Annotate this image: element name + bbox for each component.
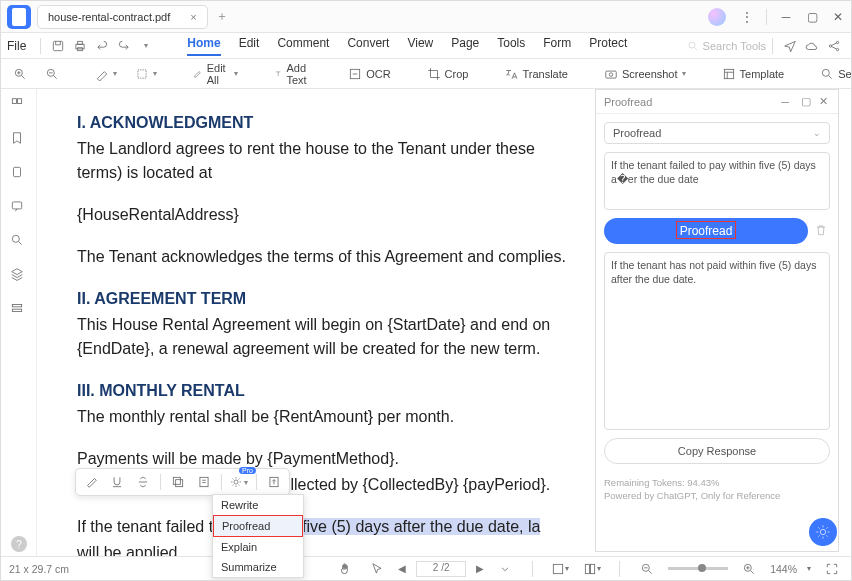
tab-tools[interactable]: Tools — [497, 36, 525, 56]
hand-tool-icon[interactable] — [334, 558, 356, 580]
fields-icon[interactable] — [10, 301, 28, 319]
zoom-value: 144% — [770, 563, 797, 575]
bookmark-icon[interactable] — [10, 131, 28, 149]
proofread-input[interactable]: If the tenant failed to pay within five … — [604, 152, 830, 210]
svg-point-5 — [689, 42, 695, 48]
screenshot-label: Screenshot — [622, 68, 678, 80]
panel-minimize-icon[interactable]: ─ — [781, 96, 789, 108]
print-icon[interactable] — [69, 35, 91, 57]
tab-form[interactable]: Form — [543, 36, 571, 56]
translate-tool[interactable]: Translate — [498, 65, 573, 83]
add-text-label: Add Text — [286, 62, 312, 86]
section-1-p3: The Tenant acknowledges the terms of thi… — [77, 245, 577, 269]
svg-rect-2 — [76, 44, 84, 49]
undo-icon[interactable] — [91, 35, 113, 57]
tab-home[interactable]: Home — [187, 36, 220, 56]
area-select-tool[interactable]: ▾ — [129, 65, 163, 83]
cloud-icon[interactable] — [801, 35, 823, 57]
ai-menu-rewrite[interactable]: Rewrite — [213, 495, 303, 515]
layers-icon[interactable] — [10, 267, 28, 285]
scroll-down-icon[interactable] — [494, 558, 516, 580]
redo-icon[interactable] — [113, 35, 135, 57]
view-mode-icon[interactable]: ▾ — [549, 558, 571, 580]
proofread-button[interactable]: Proofread — [604, 218, 808, 244]
svg-point-6 — [829, 44, 831, 46]
template-tool[interactable]: Template — [716, 65, 791, 83]
tab-edit[interactable]: Edit — [239, 36, 260, 56]
tab-comment[interactable]: Comment — [277, 36, 329, 56]
edit-all-tool[interactable]: Edit All▾ — [187, 60, 244, 88]
panel-close-icon[interactable]: ✕ — [819, 95, 828, 108]
tab-convert[interactable]: Convert — [347, 36, 389, 56]
comment-panel-icon[interactable] — [10, 199, 28, 217]
ai-globe-icon[interactable] — [708, 8, 726, 26]
crop-tool[interactable]: Crop — [421, 65, 475, 83]
panel-maximize-icon[interactable]: ▢ — [801, 95, 811, 108]
highlight-icon[interactable] — [82, 473, 100, 491]
strikethrough-icon[interactable] — [134, 473, 152, 491]
read-mode-icon[interactable]: ▾ — [581, 558, 603, 580]
svg-rect-0 — [12, 8, 26, 26]
zoom-out-tool[interactable] — [39, 65, 65, 83]
svg-rect-15 — [724, 69, 733, 78]
search-tool[interactable]: Search — [814, 65, 852, 83]
maximize-button[interactable]: ▢ — [799, 4, 825, 30]
ai-menu-summarize[interactable]: Summarize — [213, 557, 303, 577]
section-2-title: II. AGREEMENT TERM — [77, 287, 577, 311]
thumbnail-icon[interactable] — [10, 97, 28, 115]
help-icon[interactable]: ? — [11, 536, 27, 552]
save-icon[interactable] — [47, 35, 69, 57]
select-tool-icon[interactable] — [366, 558, 388, 580]
edit-all-label: Edit All — [207, 62, 230, 86]
svg-rect-13 — [606, 71, 617, 78]
zoom-in-status-icon[interactable] — [738, 558, 760, 580]
screenshot-tool[interactable]: Screenshot▾ — [598, 65, 692, 83]
note-icon[interactable] — [195, 473, 213, 491]
export-icon[interactable] — [265, 473, 283, 491]
svg-point-8 — [836, 48, 838, 50]
ai-menu-proofread[interactable]: Proofread — [213, 515, 303, 537]
page-dimensions: 21 x 29.7 cm — [9, 563, 69, 575]
section-3-title: III. MONTHLY RENTAL — [77, 379, 577, 403]
close-window-button[interactable]: ✕ — [825, 4, 851, 30]
ai-menu-explain[interactable]: Explain — [213, 537, 303, 557]
minimize-button[interactable]: ─ — [773, 4, 799, 30]
zoom-slider[interactable] — [668, 567, 728, 570]
copy-response-button[interactable]: Copy Response — [604, 438, 830, 464]
underline-icon[interactable] — [108, 473, 126, 491]
translate-label: Translate — [522, 68, 567, 80]
search-tools[interactable]: Search Tools — [687, 40, 766, 52]
zoom-caret[interactable]: ▾ — [807, 564, 811, 573]
template-label: Template — [740, 68, 785, 80]
prev-page-icon[interactable]: ◀ — [398, 563, 406, 574]
tab-label: house-rental-contract.pdf — [48, 11, 170, 23]
ai-assistant-icon[interactable]: Pro ▾ — [230, 473, 248, 491]
zoom-in-tool[interactable] — [7, 65, 33, 83]
highlight-tool[interactable]: ▾ — [89, 65, 123, 83]
trash-icon[interactable] — [814, 223, 830, 239]
dropdown-caret[interactable]: ▾ — [135, 35, 157, 57]
new-tab-button[interactable]: ＋ — [212, 8, 232, 25]
tab-view[interactable]: View — [407, 36, 433, 56]
send-icon[interactable] — [779, 35, 801, 57]
page-input[interactable]: 2 /2 — [416, 561, 466, 577]
section-3-p4[interactable]: If the tenant failed to pay within five … — [77, 515, 577, 539]
zoom-out-status-icon[interactable] — [636, 558, 658, 580]
proofread-mode-select[interactable]: Proofread ⌄ — [604, 122, 830, 144]
tab-page[interactable]: Page — [451, 36, 479, 56]
add-text-tool[interactable]: Add Text — [268, 60, 318, 88]
ai-float-button[interactable] — [809, 518, 837, 546]
search-panel-icon[interactable] — [10, 233, 28, 251]
close-tab-icon[interactable]: × — [190, 11, 196, 23]
next-page-icon[interactable]: ▶ — [476, 563, 484, 574]
fullscreen-icon[interactable] — [821, 558, 843, 580]
file-menu[interactable]: File — [7, 39, 26, 53]
tab-protect[interactable]: Protect — [589, 36, 627, 56]
ocr-tool[interactable]: OCR — [342, 65, 396, 83]
attachment-icon[interactable] — [10, 165, 28, 183]
copy-icon[interactable] — [169, 473, 187, 491]
share-icon[interactable] — [823, 35, 845, 57]
section-1-p2: {HouseRentalAddress} — [77, 203, 577, 227]
more-icon[interactable]: ⋮ — [734, 4, 760, 30]
document-tab[interactable]: house-rental-contract.pdf × — [37, 5, 208, 29]
